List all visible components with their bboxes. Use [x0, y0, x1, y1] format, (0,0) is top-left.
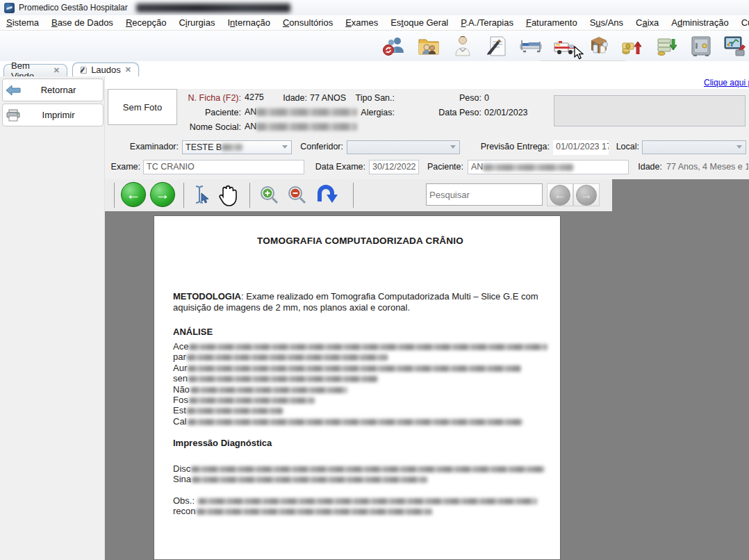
sync-patients-icon[interactable] — [381, 33, 409, 59]
nome-social-value: AN — [245, 122, 357, 131]
impressao-heading: Impressão Diagnóstica — [173, 438, 548, 449]
previsao-entrega-value: 01/01/2023 17:00 — [553, 140, 609, 155]
metodologia-paragraph: METODOLOGIA: Exame realizado em Tomograf… — [173, 291, 548, 313]
toolbar-separator — [114, 183, 115, 208]
exame-input[interactable]: TC CRANIO — [143, 160, 304, 174]
redacted-text-line: Sina — [173, 474, 548, 484]
medical-report-icon[interactable] — [483, 33, 511, 59]
billing-up-icon[interactable] — [619, 33, 647, 59]
safe-icon[interactable] — [687, 33, 715, 59]
redacted-blur — [198, 498, 537, 504]
menu-item-sus-ans[interactable]: Sus/Ans — [584, 16, 629, 29]
examinador-combo[interactable]: TESTE B — [182, 140, 292, 154]
nome-social-redacted — [256, 123, 357, 131]
exam-header: Examinador: TESTE B Conferidor: Previsão… — [105, 136, 749, 179]
menu-item-estoque-geral[interactable]: Estoque Geral — [384, 16, 454, 29]
data-peso-value: 02/01/2023 — [484, 108, 528, 117]
examinador-redacted — [222, 144, 242, 151]
exam-paciente-input[interactable]: AN — [468, 160, 629, 174]
exam-idade-label: Idade: — [633, 162, 662, 172]
zoom-out-button[interactable] — [286, 185, 307, 206]
exame-label: Exame: — [110, 162, 140, 172]
hand-pan-tool[interactable] — [215, 183, 241, 209]
data-exame-input[interactable]: 30/12/2022 — [369, 160, 419, 174]
laudos-doc-icon — [80, 65, 87, 75]
previous-page-button[interactable]: ← — [121, 182, 146, 207]
rotate-arrow-icon — [314, 183, 340, 207]
tab-bem-vindo[interactable]: Bem Vindo. ✕ — [3, 64, 67, 76]
doctor-icon[interactable] — [449, 33, 477, 59]
rotate-button[interactable] — [314, 183, 340, 207]
menu-item-base-de-dados[interactable]: Base de Dados — [45, 16, 120, 29]
application-window: Promedico Gestão Hospitalar SistemaBase … — [0, 0, 749, 560]
redacted-blur — [190, 387, 347, 393]
redacted-text-line: Disc — [173, 463, 548, 474]
menu-item-caixa[interactable]: Caixa — [629, 16, 665, 29]
report-page[interactable]: TOMOGRAFIA COMPUTADORIZADA CRÂNIO METODO… — [154, 215, 561, 560]
pharmacy-stock-icon[interactable] — [585, 33, 613, 59]
conferidor-label: Conferidor: — [296, 142, 343, 151]
menu-item-cirurgias[interactable]: Cirurgias — [172, 16, 221, 29]
back-arrow-icon — [3, 85, 24, 96]
redacted-blur — [197, 509, 432, 515]
menu-item-exames[interactable]: Exames — [339, 16, 384, 29]
redacted-blur — [191, 466, 545, 472]
data-exame-label: Data Exame: — [311, 162, 365, 172]
redacted-blur — [187, 408, 283, 414]
redacted-text-line: recon — [173, 506, 548, 516]
tab-close-icon[interactable]: ✕ — [125, 65, 131, 74]
search-input[interactable] — [427, 190, 554, 200]
title-bar: Promedico Gestão Hospitalar — [0, 0, 749, 15]
patient-records-icon[interactable] — [415, 33, 443, 59]
toolbar-separator — [353, 183, 354, 208]
nome-social-label: Nome Social: — [180, 122, 241, 132]
menu-item-sistema[interactable]: Sistema — [0, 16, 45, 29]
menu-item-faturamento[interactable]: Faturamento — [520, 16, 584, 29]
menu-item-custo[interactable]: Custo — [735, 16, 749, 29]
idade-value: 77 ANOS — [310, 93, 346, 103]
tab-close-icon[interactable]: ✕ — [54, 66, 60, 75]
tab-laudos[interactable]: Laudos ✕ — [72, 63, 139, 76]
visualizar-informacoes-link[interactable]: Clique aqui para visualizar Informaç — [704, 78, 749, 88]
return-button[interactable]: Retornar — [2, 79, 104, 101]
conferidor-combo[interactable] — [347, 140, 460, 154]
text-select-tool[interactable] — [192, 185, 211, 204]
app-logo-icon — [4, 3, 15, 13]
menu-item-interna-o[interactable]: Internação — [221, 16, 276, 29]
print-button[interactable]: Imprimir — [2, 104, 104, 126]
return-button-label: Retornar — [24, 85, 103, 95]
previous-result-button[interactable]: ← — [547, 183, 573, 206]
print-button-label: Imprimir — [24, 110, 103, 120]
menu-item-administra-o[interactable]: Administração — [665, 16, 734, 29]
alergias-info-box — [554, 95, 746, 126]
menu-item-p-a-terapias[interactable]: P.A./Terapias — [454, 16, 520, 29]
info-link-row: Clique aqui para visualizar Informaç — [105, 76, 749, 89]
redacted-text-line: Est — [173, 405, 548, 415]
redacted-text-line: Aur — [173, 363, 548, 373]
bi-dashboard-icon[interactable] — [721, 33, 749, 59]
alergias-label: Alergias: — [349, 108, 395, 117]
redacted-text-line: Ace — [173, 341, 548, 352]
chevron-down-icon — [282, 145, 288, 149]
paciente-redacted — [256, 108, 357, 116]
redacted-text-line: Não — [173, 384, 548, 395]
hospital-bed-icon[interactable] — [517, 33, 545, 59]
local-combo[interactable] — [642, 140, 746, 154]
redacted-blur — [188, 419, 522, 425]
impressao-redacted-lines: DiscSinaObs.: recon — [173, 463, 548, 517]
redacted-blur — [192, 477, 427, 483]
left-action-panel: Retornar Imprimir — [0, 76, 105, 560]
menu-item-consult-rios[interactable]: Consultórios — [277, 16, 339, 29]
printer-icon — [3, 109, 24, 122]
next-page-button[interactable]: → — [150, 182, 175, 207]
redacted-blur — [188, 376, 378, 382]
tab-laudos-label: Laudos — [91, 65, 121, 75]
hand-icon — [215, 183, 241, 209]
zoom-in-button[interactable] — [258, 185, 279, 206]
zoom-in-icon — [258, 185, 279, 206]
next-result-button[interactable]: → — [573, 183, 600, 206]
arrow-right-icon: → — [150, 182, 175, 207]
menu-item-recep-o[interactable]: Recepção — [120, 16, 173, 29]
report-viewer: ← → — [105, 179, 749, 560]
money-down-icon[interactable] — [653, 33, 681, 59]
